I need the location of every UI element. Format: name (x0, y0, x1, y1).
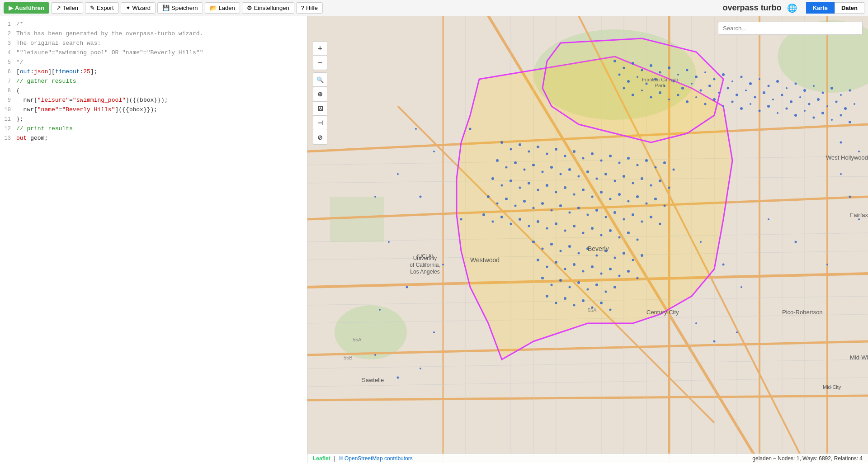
svg-point-156 (650, 184, 652, 187)
svg-point-252 (555, 302, 557, 304)
svg-point-59 (795, 83, 797, 85)
svg-point-48 (695, 76, 698, 78)
svg-point-52 (731, 80, 733, 82)
svg-point-134 (637, 164, 639, 166)
svg-point-267 (374, 196, 376, 198)
svg-point-196 (641, 221, 643, 223)
help-button[interactable]: ? Hilfe (296, 2, 323, 14)
svg-point-126 (564, 155, 566, 157)
svg-text:West Hollywood: West Hollywood (826, 154, 868, 161)
svg-text:55A: 55A (353, 337, 362, 342)
svg-point-176 (646, 203, 648, 205)
zoom-out-button[interactable]: − (313, 56, 327, 70)
svg-point-97 (659, 91, 661, 94)
svg-point-150 (596, 178, 598, 180)
svg-point-234 (573, 263, 576, 266)
code-token: nwr[ (16, 97, 38, 104)
map-search-input[interactable] (718, 22, 863, 35)
svg-point-197 (650, 216, 652, 218)
svg-point-53 (741, 76, 743, 78)
svg-text:Mid-Wilshire: Mid-Wilshire (850, 354, 868, 361)
save-button[interactable]: 💾 Speichern (157, 2, 203, 14)
code-token: 25 (83, 68, 90, 75)
tab-data[interactable]: Daten (835, 2, 864, 14)
code-line: 13out geom; (0, 134, 307, 143)
svg-point-140 (505, 166, 508, 169)
line-content: This has been generated by the overpass-… (16, 29, 307, 39)
svg-point-110 (777, 112, 778, 114)
svg-point-194 (623, 218, 625, 221)
svg-point-254 (573, 304, 576, 307)
svg-point-174 (627, 200, 630, 203)
svg-point-213 (609, 229, 612, 232)
svg-point-273 (741, 286, 742, 288)
svg-point-162 (519, 187, 521, 189)
settings-button[interactable]: ⚙ Einstellungen (242, 2, 294, 14)
svg-point-214 (618, 236, 621, 239)
svg-point-181 (505, 198, 508, 200)
load-button[interactable]: 📂 Laden (205, 2, 240, 14)
svg-point-90 (835, 101, 838, 103)
svg-point-78 (727, 87, 729, 90)
code-token: */ (16, 59, 24, 66)
code-token: [ (16, 68, 20, 75)
svg-point-278 (849, 196, 851, 198)
run-button[interactable]: ▶ Ausführen (4, 2, 49, 14)
svg-point-155 (641, 177, 643, 180)
code-token: geom; (27, 135, 48, 142)
svg-point-177 (654, 198, 657, 200)
reset-view-button[interactable]: ⊣ (313, 116, 327, 130)
svg-point-82 (763, 91, 765, 94)
svg-point-229 (641, 254, 643, 257)
svg-point-241 (637, 277, 639, 279)
code-line: 8( (0, 86, 307, 96)
svg-point-61 (813, 85, 815, 87)
svg-point-116 (831, 119, 833, 121)
svg-point-255 (582, 299, 585, 302)
svg-point-104 (722, 105, 724, 107)
export-button[interactable]: ✎ Export (85, 2, 119, 14)
svg-text:55A: 55A (588, 307, 597, 313)
zoom-in-button[interactable]: + (313, 41, 327, 56)
share-icon: ↗ (56, 5, 61, 11)
locate-button[interactable]: ⊕ (313, 87, 327, 101)
svg-point-73 (681, 87, 684, 90)
svg-point-136 (655, 166, 657, 169)
svg-point-135 (645, 159, 648, 162)
svg-point-50 (713, 78, 716, 80)
svg-point-236 (591, 265, 594, 268)
svg-point-284 (736, 331, 738, 333)
screenshot-button[interactable]: 🖼 (313, 101, 327, 116)
line-content: // gather results (16, 77, 307, 86)
wizard-button[interactable]: ✦ Wizard (121, 2, 156, 14)
code-editor[interactable]: 1/*2This has been generated by the overp… (0, 16, 307, 463)
svg-point-79 (736, 94, 738, 96)
svg-point-204 (528, 225, 530, 227)
tab-map[interactable]: Karte (806, 2, 835, 14)
share-button[interactable]: ↗ Teilen (51, 2, 83, 14)
svg-point-152 (614, 180, 616, 182)
svg-point-60 (803, 89, 806, 92)
code-token: ]({{bbox}}); (126, 97, 168, 104)
line-content: [out:json][timeout:25]; (16, 67, 307, 77)
svg-point-199 (482, 213, 485, 216)
svg-point-202 (510, 223, 512, 225)
svg-point-233 (564, 268, 566, 270)
code-line: 1/* (0, 20, 307, 29)
code-token: "leisure" (38, 97, 69, 104)
code-token: This has been generated by the overpass-… (16, 30, 203, 37)
svg-point-183 (523, 200, 526, 203)
svg-point-220 (560, 250, 562, 252)
svg-point-120 (510, 148, 512, 151)
svg-point-154 (632, 182, 634, 184)
svg-point-287 (420, 368, 421, 369)
block-button[interactable]: ⊘ (313, 130, 327, 145)
svg-point-281 (840, 142, 842, 144)
map-area[interactable]: + − 🔍 ⊕ 🖼 ⊣ ⊘ (307, 16, 868, 463)
search-map-button[interactable]: 🔍 (313, 72, 327, 87)
svg-point-62 (822, 92, 824, 94)
svg-point-200 (492, 221, 494, 223)
svg-point-100 (686, 100, 689, 103)
svg-point-206 (546, 227, 548, 230)
map-controls: + − 🔍 ⊕ 🖼 ⊣ ⊘ (313, 41, 327, 146)
